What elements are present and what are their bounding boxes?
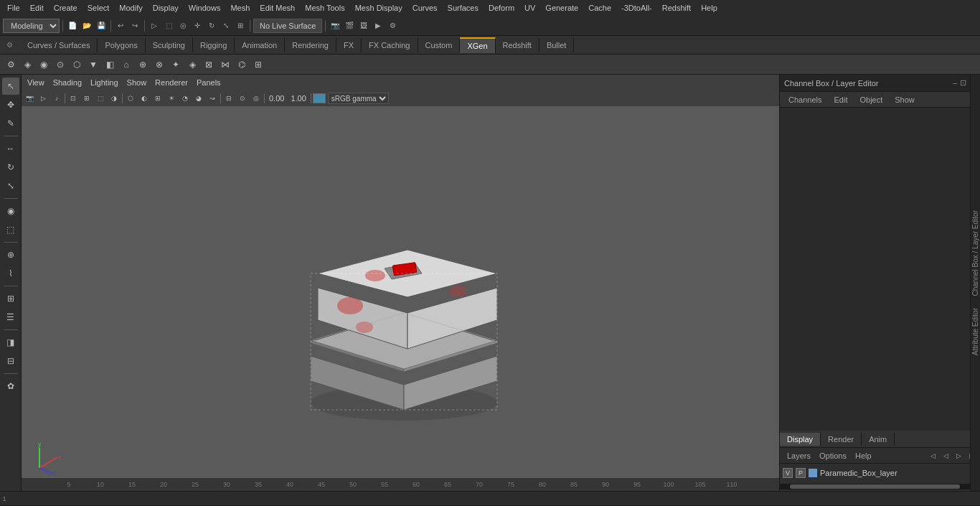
display-settings-icon[interactable]: ⚙ (386, 19, 399, 32)
layer-scrollbar-thumb[interactable] (790, 484, 960, 489)
layer-color-swatch[interactable] (809, 469, 817, 477)
vp-ao-icon[interactable]: ◕ (192, 92, 205, 105)
shelf-icon-14[interactable]: ⊞ (250, 57, 266, 72)
vp-bookmark-icon[interactable]: ⊡ (67, 92, 80, 105)
tab-custom[interactable]: Custom (418, 38, 461, 52)
vp-smooth-icon[interactable]: ◐ (138, 92, 151, 105)
snap-grid-btn[interactable]: ⊕ (2, 246, 19, 263)
menu-deform[interactable]: Deform (484, 2, 519, 14)
channel-box-btn[interactable]: ☰ (2, 309, 19, 326)
menu-help[interactable]: Help (697, 2, 722, 14)
tab-display[interactable]: Display (780, 433, 821, 446)
layers-tab[interactable]: Layers (783, 450, 815, 462)
vp-wire-icon[interactable]: ⬚ (94, 92, 107, 105)
menu-curves[interactable]: Curves (408, 2, 442, 14)
tab-fx[interactable]: FX (336, 38, 362, 52)
panel-minimize-icon[interactable]: – (953, 78, 957, 88)
menu-mesh[interactable]: Mesh (226, 2, 254, 14)
tab-anim[interactable]: Anim (862, 433, 895, 446)
menu-edit-mesh[interactable]: Edit Mesh (255, 2, 299, 14)
vp-camera-icon[interactable]: 📷 (23, 92, 36, 105)
mode-dropdown[interactable]: Modeling (3, 19, 60, 33)
channel-box-vert-label[interactable]: Channel Box / Layer Editor (971, 205, 979, 302)
tab-bullet[interactable]: Bullet (540, 38, 575, 52)
shelf-icon-12[interactable]: ⋈ (217, 57, 233, 72)
universal-tool-icon[interactable]: ⊞ (234, 19, 247, 32)
tab-curves-surfaces[interactable]: Curves / Surfaces (20, 38, 98, 52)
color-chip[interactable] (313, 93, 326, 103)
tab-animation[interactable]: Animation (235, 38, 285, 52)
shelf-settings-icon[interactable]: ⚙ (3, 57, 19, 72)
render-btn[interactable]: ◨ (2, 334, 19, 351)
layer-row[interactable]: V P Paramedic_Box_layer (781, 465, 979, 481)
lasso-select-icon[interactable]: ⬚ (162, 19, 175, 32)
xgen-btn[interactable]: ✿ (2, 378, 19, 395)
timeline[interactable]: 1 5 10 15 20 25 30 35 40 45 50 55 60 65 … (0, 491, 980, 505)
tab-polygons[interactable]: Polygons (98, 38, 145, 52)
vp-grid-icon[interactable]: ⊞ (80, 92, 93, 105)
menu-display[interactable]: Display (149, 2, 183, 14)
shelf-icon-1[interactable]: ◉ (36, 57, 52, 72)
tab-redshift[interactable]: Redshift (496, 38, 540, 52)
live-surface-btn[interactable]: No Live Surface (253, 19, 322, 33)
menu-surfaces[interactable]: Surfaces (443, 2, 483, 14)
menu-3dtall[interactable]: -3DtoAll- (617, 2, 656, 14)
vp-menu-panels[interactable]: Panels (194, 78, 224, 88)
outliner-btn[interactable]: ⊟ (2, 352, 19, 370)
tab-fx-caching[interactable]: FX Caching (362, 38, 418, 52)
soft-select-btn[interactable]: ◉ (2, 202, 19, 220)
help-tab[interactable]: Help (851, 450, 876, 462)
shelf-icon-4[interactable]: ▼ (85, 57, 101, 72)
tab-object[interactable]: Object (854, 94, 888, 106)
layer-visibility[interactable]: V (783, 468, 793, 478)
menu-mesh-tools[interactable]: Mesh Tools (301, 2, 349, 14)
vp-film-icon[interactable]: ▷ (37, 92, 50, 105)
vp-motion-icon[interactable]: ↝ (206, 92, 219, 105)
camera-icon[interactable]: 📷 (329, 19, 341, 32)
gamma-select[interactable]: sRGB gamma (328, 93, 389, 104)
panel-float-icon[interactable]: ⊡ (960, 78, 966, 88)
tab-rigging[interactable]: Rigging (193, 38, 235, 52)
shelf-icon-8[interactable]: ⊗ (151, 57, 167, 72)
tab-sculpting[interactable]: Sculpting (146, 38, 193, 52)
tab-render[interactable]: Render (821, 433, 862, 446)
vp-menu-renderer[interactable]: Renderer (152, 78, 191, 88)
menu-cache[interactable]: Cache (584, 2, 616, 14)
menu-modify[interactable]: Modify (115, 2, 146, 14)
layer-forward-icon[interactable]: ▷ (953, 450, 964, 462)
shelf-icon-10[interactable]: ◈ (184, 57, 200, 72)
select-tool-icon[interactable]: ▷ (148, 19, 161, 32)
shelf-icon-9[interactable]: ✦ (168, 57, 184, 72)
menu-uv[interactable]: UV (520, 2, 540, 14)
new-scene-icon[interactable]: 📄 (66, 19, 79, 32)
ipr-icon[interactable]: ▶ (372, 19, 385, 32)
vp-texture-icon[interactable]: ⊞ (151, 92, 164, 105)
shelf-icon-6[interactable]: ⌂ (118, 57, 134, 72)
vp-hud-icon[interactable]: ⊟ (222, 92, 235, 105)
shelf-icon-5[interactable]: ◧ (102, 57, 118, 72)
render-icon[interactable]: 🎬 (343, 19, 356, 32)
menu-edit[interactable]: Edit (26, 2, 48, 14)
shelf-icon-11[interactable]: ⊠ (201, 57, 217, 72)
undo-icon[interactable]: ↩ (114, 19, 127, 32)
layer-playback[interactable]: P (796, 468, 806, 478)
move-tool-btn[interactable]: ↔ (2, 140, 19, 157)
layer-back-icon[interactable]: ◁ (940, 450, 951, 462)
menu-redshift[interactable]: Redshift (658, 2, 695, 14)
menu-select[interactable]: Select (83, 2, 114, 14)
shelf-icon-0[interactable]: ◈ (19, 57, 35, 72)
layer-new-icon[interactable]: ◁ (927, 450, 938, 462)
menu-file[interactable]: File (3, 2, 24, 14)
tab-edit[interactable]: Edit (828, 94, 853, 106)
rotate-tool-icon[interactable]: ↻ (205, 19, 218, 32)
redo-icon[interactable]: ↪ (128, 19, 141, 32)
tab-show[interactable]: Show (889, 94, 920, 106)
rotate-tool-btn[interactable]: ↻ (2, 159, 19, 176)
vp-menu-shading[interactable]: Shading (50, 78, 85, 88)
marquee-btn[interactable]: ⬚ (2, 221, 19, 238)
save-scene-icon[interactable]: 💾 (95, 19, 108, 32)
attribute-editor-vert-label[interactable]: Attribute Editor (971, 302, 979, 361)
tab-xgen[interactable]: XGen (460, 37, 495, 53)
snap-curve-btn[interactable]: ⌇ (2, 265, 19, 282)
menu-windows[interactable]: Windows (184, 2, 225, 14)
